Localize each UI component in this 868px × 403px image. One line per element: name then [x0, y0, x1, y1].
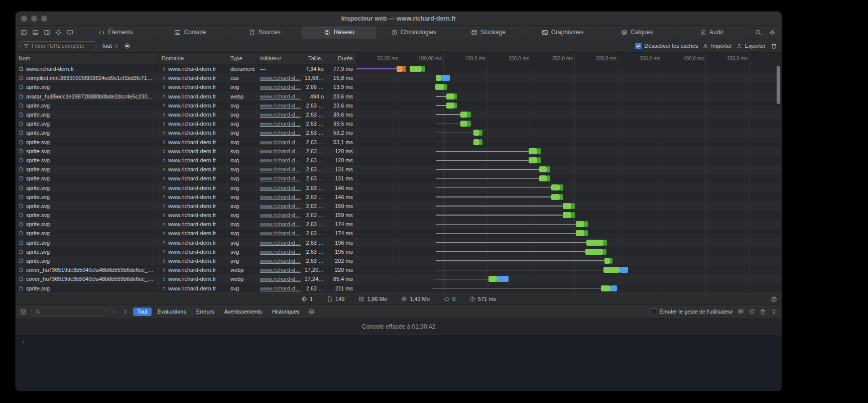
console-back-icon[interactable] [111, 309, 117, 315]
initiator-link[interactable]: www.richard-d… [260, 166, 301, 172]
initiator-link[interactable]: www.richard-d… [260, 130, 301, 136]
network-request-row[interactable]: sprite.svgwww.richard-dern.frsvgwww.rich… [16, 110, 782, 119]
network-request-row[interactable]: sprite.svgwww.richard-dern.frsvgwww.rich… [16, 156, 782, 165]
tab-timelines[interactable]: Chronologies [376, 26, 450, 39]
initiator-link[interactable]: www.richard-d… [260, 258, 301, 264]
column-header-name[interactable]: Nom [16, 53, 159, 64]
column-header-duration[interactable]: Durée [327, 53, 356, 64]
network-request-row[interactable]: cover_hu736519dc3b5040cfa48b6b559b6de6ec… [16, 265, 782, 274]
initiator-link[interactable]: www.richard-d… [260, 276, 301, 282]
device-icon[interactable] [67, 29, 73, 36]
console-options-icon[interactable] [308, 309, 315, 315]
initiator-link[interactable]: www.richard-d… [260, 203, 301, 209]
zoom-button[interactable] [41, 16, 47, 22]
url-filter-input[interactable]: Filtrer l'URL complète [20, 41, 96, 50]
dock-bottom-icon[interactable] [32, 29, 39, 36]
initiator-link[interactable]: www.richard-d… [260, 285, 301, 291]
dock-left-icon[interactable] [21, 29, 27, 36]
console-tab-tout[interactable]: Tout [133, 308, 152, 316]
column-header-type[interactable]: Type [227, 53, 257, 64]
tab-audit[interactable]: Audit [674, 26, 749, 39]
initiator-link[interactable]: www.richard-d… [260, 148, 301, 154]
initiator-link[interactable]: www.richard-d… [260, 84, 301, 90]
network-request-row[interactable]: sprite.svgwww.richard-dern.frsvgwww.rich… [16, 119, 782, 128]
network-request-row[interactable]: sprite.svgwww.richard-dern.frsvgwww.rich… [16, 256, 782, 265]
minimize-button[interactable] [31, 16, 37, 22]
network-request-row[interactable]: www.richard-dern.frwww.richard-dern.frdo… [16, 64, 782, 73]
clear-console-trash-icon[interactable] [760, 309, 766, 315]
console-tab-évaluations[interactable]: Évaluations [154, 308, 190, 316]
tab-elements[interactable]: Éléments [78, 26, 153, 39]
initiator-link[interactable]: www.richard-d… [260, 103, 301, 109]
tab-sources[interactable]: Sources [227, 26, 302, 39]
initiator-link[interactable]: www.richard-d… [260, 194, 301, 200]
network-request-row[interactable]: avatar_hu85ecc3e298728880b0bde2dcc4e5c23… [16, 92, 782, 101]
network-request-row[interactable]: sprite.svgwww.richard-dern.frsvgwww.rich… [16, 238, 782, 247]
column-header-size[interactable]: Taille... [305, 53, 327, 64]
lock-icon [162, 76, 166, 80]
console-tab-historiques[interactable]: Historiques [268, 308, 304, 316]
console-tab-erreurs[interactable]: Erreurs [192, 308, 218, 316]
resource-type-select[interactable]: Tout [101, 43, 119, 49]
initiator-link[interactable]: www.richard-d… [260, 240, 301, 246]
network-request-row[interactable]: sprite.svgwww.richard-dern.frsvgwww.rich… [16, 165, 782, 174]
column-header-initiator[interactable]: Initiateur [257, 53, 305, 64]
initiator-link[interactable]: www.richard-d… [260, 249, 301, 255]
initiator-link[interactable]: www.richard-d… [260, 185, 301, 191]
network-request-row[interactable]: sprite.svgwww.richard-dern.frsvgwww.rich… [16, 192, 782, 201]
export-button[interactable]: Exporter [736, 43, 766, 49]
initiator-link[interactable]: www.richard-d… [260, 139, 301, 145]
initiator-link[interactable]: www.richard-d… [260, 175, 301, 181]
network-request-row[interactable]: cover_hu736519dc3b5040cfa48b6b559b6de6ec… [16, 274, 782, 283]
network-request-row[interactable]: sprite.svgwww.richard-dern.frsvgwww.rich… [16, 147, 782, 156]
console-prompt[interactable] [16, 335, 782, 391]
gear-icon[interactable] [769, 29, 776, 36]
initiator-link[interactable]: www.richard-d… [260, 267, 301, 273]
tab-layers[interactable]: Calques [599, 26, 674, 39]
close-button[interactable] [21, 16, 27, 22]
network-request-row[interactable]: sprite.svgwww.richard-dern.frsvgwww.rich… [16, 101, 782, 110]
initiator-link[interactable]: www.richard-d… [260, 212, 301, 218]
initiator-link[interactable]: www.richard-d… [260, 230, 301, 236]
network-request-row[interactable]: sprite.svgwww.richard-dern.frsvgwww.rich… [16, 220, 782, 229]
tab-console[interactable]: Console [153, 26, 227, 39]
tab-graphics[interactable]: Graphismes [525, 26, 599, 39]
console-search-input[interactable] [31, 308, 106, 316]
network-request-row[interactable]: sprite.svgwww.richard-dern.frsvgwww.rich… [16, 201, 782, 211]
initiator-link[interactable]: www.richard-d… [260, 112, 301, 118]
network-request-row[interactable]: sprite.svgwww.richard-dern.frsvgwww.rich… [16, 211, 782, 220]
network-request-row[interactable]: sprite.svgwww.richard-dern.frsvgwww.rich… [16, 138, 782, 147]
initiator-link[interactable]: www.richard-d… [260, 121, 301, 127]
initiator-link[interactable]: www.richard-d… [260, 75, 301, 81]
inspect-element-icon[interactable] [55, 29, 62, 36]
console-messages-icon[interactable] [737, 309, 744, 315]
help-icon[interactable] [771, 296, 777, 303]
console-forward-icon[interactable] [122, 309, 129, 315]
column-header-domain[interactable]: Domaine [159, 53, 227, 64]
initiator-link[interactable]: www.richard-d… [260, 157, 301, 163]
filter-options-icon[interactable] [124, 43, 131, 49]
network-request-row[interactable]: compiled.min.38390909f303624ed9e1cf1bd3f… [16, 73, 782, 82]
network-request-row[interactable]: sprite.svgwww.richard-dern.frsvgwww.rich… [16, 229, 782, 238]
initiator-link[interactable]: www.richard-d… [260, 221, 301, 227]
network-request-row[interactable]: sprite.svgwww.richard-dern.frsvgwww.rich… [16, 183, 782, 192]
network-request-row[interactable]: sprite.svgwww.richard-dern.frsvgwww.rich… [16, 82, 782, 91]
import-button[interactable]: Importer [703, 43, 731, 49]
console-tab-avertissements[interactable]: Avertissements [220, 308, 266, 316]
initiator-link[interactable]: www.richard-d… [260, 93, 301, 99]
console-scope-icon[interactable] [20, 309, 27, 315]
disable-caches-checkbox[interactable]: Désactiver les caches [635, 43, 698, 49]
search-icon[interactable] [755, 29, 762, 36]
clear-network-trash-icon[interactable] [771, 43, 777, 49]
dock-right-icon[interactable] [44, 29, 50, 36]
network-request-row[interactable]: sprite.svgwww.richard-dern.frsvgwww.rich… [16, 284, 782, 293]
scrollbar-thumb[interactable] [777, 66, 780, 104]
network-request-row[interactable]: sprite.svgwww.richard-dern.frsvgwww.rich… [16, 247, 782, 256]
network-request-row[interactable]: sprite.svgwww.richard-dern.frsvgwww.rich… [16, 128, 782, 137]
tab-network[interactable]: Réseau [302, 26, 376, 39]
emulate-gesture-checkbox[interactable]: Émuler le geste de l'utilisateur [651, 309, 733, 315]
tab-storage[interactable]: Stockage [451, 26, 525, 39]
network-request-row[interactable]: sprite.svgwww.richard-dern.frsvgwww.rich… [16, 174, 782, 183]
console-resize-icon[interactable] [771, 309, 777, 315]
console-reload-icon[interactable] [749, 309, 755, 315]
